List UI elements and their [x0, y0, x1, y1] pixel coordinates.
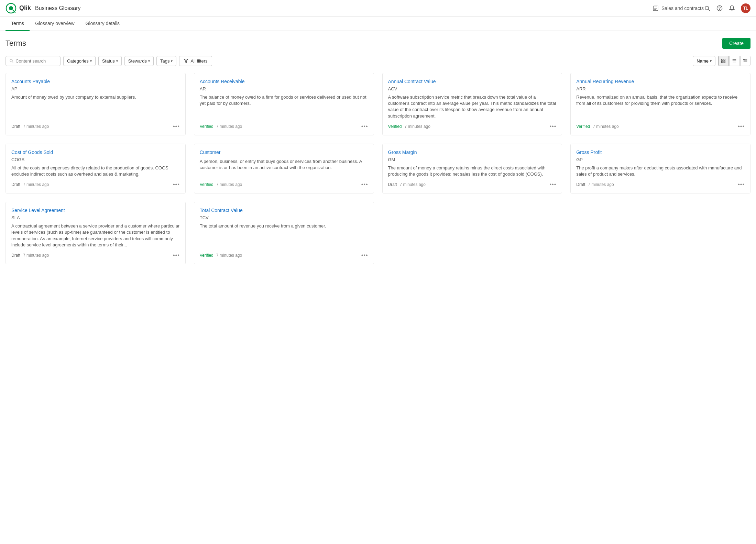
term-card: Cost of Goods Sold COGS All of the costs… — [6, 144, 186, 193]
term-abbreviation: COGS — [11, 157, 180, 162]
filters-right: Name ▾ — [693, 56, 750, 66]
term-name-link[interactable]: Service Level Agreement — [11, 208, 180, 213]
status-filter[interactable]: Status ▾ — [98, 56, 122, 66]
chevron-down-icon: ▾ — [90, 59, 92, 63]
term-footer: Draft 7 minutes ago ••• — [11, 252, 180, 258]
context-icon — [653, 5, 659, 11]
help-icon[interactable] — [716, 5, 723, 12]
svg-line-9 — [12, 62, 13, 63]
compact-icon — [743, 58, 748, 63]
tab-glossary-overview[interactable]: Glossary overview — [30, 16, 80, 31]
more-options-button[interactable]: ••• — [361, 252, 368, 258]
search-input[interactable] — [15, 58, 57, 64]
grid-icon — [721, 58, 726, 63]
notifications-icon[interactable] — [728, 5, 735, 12]
term-timestamp: 7 minutes ago — [405, 124, 430, 129]
search-input-icon — [9, 58, 13, 63]
grid-view-button[interactable] — [718, 56, 728, 66]
more-options-button[interactable]: ••• — [738, 123, 745, 130]
status-badge: Draft — [388, 182, 397, 187]
term-name-link[interactable]: Gross Margin — [388, 149, 557, 155]
term-footer: Draft 7 minutes ago ••• — [11, 181, 180, 188]
funnel-icon — [184, 58, 188, 63]
term-abbreviation: ARR — [576, 86, 745, 91]
term-card: Service Level Agreement SLA A contractua… — [6, 202, 186, 264]
svg-rect-11 — [722, 59, 723, 60]
term-card: Annual Recurring Revenue ARR Revenue, no… — [570, 73, 750, 135]
context-label: Sales and contracts — [661, 5, 704, 11]
term-name-link[interactable]: Annual Recurring Revenue — [576, 79, 745, 84]
svg-rect-14 — [724, 61, 725, 63]
term-description: Revenue, normalized on an annual basis, … — [576, 94, 745, 119]
term-footer: Verified 7 minutes ago ••• — [200, 123, 368, 130]
more-options-button[interactable]: ••• — [549, 181, 556, 188]
status-badge: Verified — [200, 182, 213, 187]
all-filters-button[interactable]: All filters — [179, 56, 212, 66]
term-description: The total amount of revenue you receive … — [200, 223, 368, 248]
term-card: Accounts Payable AP Amount of money owed… — [6, 73, 186, 135]
svg-rect-22 — [744, 59, 744, 60]
term-description: The amount of money a company retains mi… — [388, 165, 557, 177]
term-footer: Verified 7 minutes ago ••• — [200, 252, 368, 258]
term-timestamp: 7 minutes ago — [23, 124, 49, 129]
stewards-filter[interactable]: Stewards ▾ — [124, 56, 154, 66]
term-footer: Draft 7 minutes ago ••• — [388, 181, 557, 188]
header-left: Qlik Business Glossary — [6, 3, 653, 14]
nav-tabs: Terms Glossary overview Glossary details — [0, 16, 756, 31]
more-options-button[interactable]: ••• — [173, 181, 180, 188]
svg-rect-13 — [722, 61, 723, 63]
tags-filter[interactable]: Tags ▾ — [156, 56, 176, 66]
header-center: Sales and contracts — [653, 5, 704, 11]
term-name-link[interactable]: Accounts Receivable — [200, 79, 368, 84]
list-icon — [732, 58, 737, 63]
term-name-link[interactable]: Customer — [200, 149, 368, 155]
term-timestamp: 7 minutes ago — [216, 182, 242, 187]
term-timestamp: 7 minutes ago — [23, 253, 49, 258]
search-box[interactable] — [6, 56, 61, 66]
qlik-wordmark: Qlik — [19, 4, 31, 12]
term-abbreviation: GP — [576, 157, 745, 162]
term-name-link[interactable]: Annual Contract Value — [388, 79, 557, 84]
more-options-button[interactable]: ••• — [361, 181, 368, 188]
status-badge: Draft — [11, 253, 20, 258]
term-card: Annual Contract Value ACV A software sub… — [382, 73, 562, 135]
svg-line-5 — [708, 9, 710, 11]
categories-filter[interactable]: Categories ▾ — [63, 56, 96, 66]
term-timestamp: 7 minutes ago — [23, 182, 49, 187]
svg-point-7 — [720, 9, 720, 10]
tab-glossary-details[interactable]: Glossary details — [80, 16, 125, 31]
compact-view-button[interactable] — [740, 56, 750, 66]
header: Qlik Business Glossary Sales and contrac… — [0, 0, 756, 16]
term-timestamp: 7 minutes ago — [593, 124, 618, 129]
term-card: Total Contract Value TCV The total amoun… — [194, 202, 374, 264]
qlik-logo[interactable]: Qlik — [6, 3, 31, 14]
more-options-button[interactable]: ••• — [173, 252, 180, 258]
more-options-button[interactable]: ••• — [549, 123, 556, 130]
sort-button[interactable]: Name ▾ — [693, 56, 715, 66]
svg-rect-12 — [724, 59, 725, 60]
term-name-link[interactable]: Accounts Payable — [11, 79, 180, 84]
term-name-link[interactable]: Gross Profit — [576, 149, 745, 155]
tab-terms[interactable]: Terms — [6, 16, 30, 31]
create-button[interactable]: Create — [722, 38, 750, 49]
term-timestamp: 7 minutes ago — [216, 124, 242, 129]
more-options-button[interactable]: ••• — [361, 123, 368, 130]
term-footer: Verified 7 minutes ago ••• — [388, 123, 557, 130]
status-badge: Draft — [11, 124, 20, 129]
term-name-link[interactable]: Cost of Goods Sold — [11, 149, 180, 155]
term-footer: Draft 7 minutes ago ••• — [576, 181, 745, 188]
more-options-button[interactable]: ••• — [173, 123, 180, 130]
term-description: The balance of money owed to a firm for … — [200, 94, 368, 119]
list-view-button[interactable] — [729, 56, 739, 66]
term-name-link[interactable]: Total Contract Value — [200, 208, 368, 213]
term-abbreviation: ACV — [388, 86, 557, 91]
chevron-down-icon: ▾ — [710, 59, 712, 63]
qlik-logo-icon — [6, 3, 17, 14]
status-badge: Draft — [11, 182, 20, 187]
term-card: Customer A person, business, or entity t… — [194, 144, 374, 193]
avatar[interactable]: TL — [741, 3, 750, 13]
svg-marker-10 — [184, 59, 188, 63]
more-options-button[interactable]: ••• — [738, 181, 745, 188]
svg-point-8 — [10, 59, 12, 62]
search-icon[interactable] — [704, 5, 711, 12]
